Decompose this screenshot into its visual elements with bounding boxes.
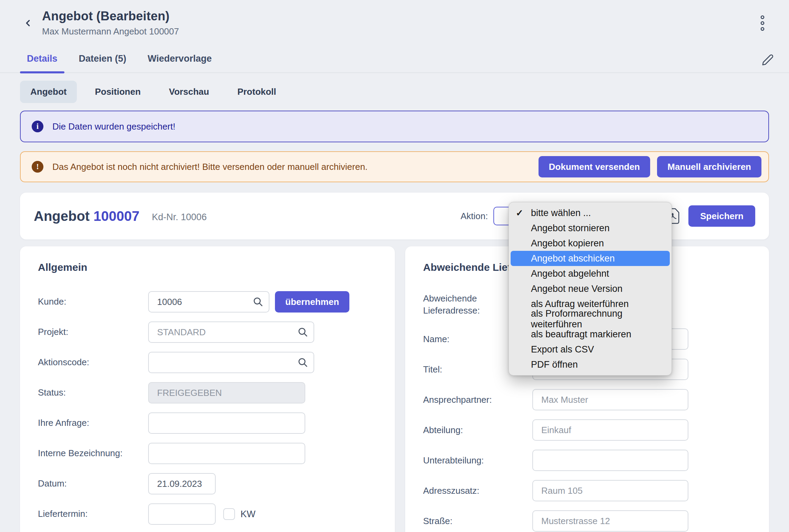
strasse-input-wrap (532, 510, 688, 532)
archive-manually-button[interactable]: Manuell archivieren (657, 156, 761, 177)
anfrage-input[interactable] (157, 418, 296, 429)
status-input (157, 388, 296, 398)
abteilung-label: Abteilung: (423, 424, 532, 436)
action-label: Aktion: (461, 211, 488, 222)
unterabteilung-input[interactable] (541, 455, 679, 466)
general-panel-title: Allgemein (38, 262, 377, 273)
tab-wiedervorlage[interactable]: Wiedervorlage (141, 49, 219, 72)
pencil-icon (761, 54, 774, 66)
sub-tab-bar: Angebot Positionen Vorschau Protokoll (20, 81, 789, 103)
bezeichnung-input[interactable] (157, 448, 296, 459)
customer-number: Kd-Nr. 10006 (152, 212, 207, 223)
aktionscode-label: Aktionscode: (38, 356, 148, 368)
field-row-status: Status: (38, 382, 377, 403)
search-icon[interactable] (253, 297, 263, 307)
action-dropdown-menu: ✓ bitte wählen ... Angebot stornieren An… (509, 202, 672, 376)
subtab-angebot[interactable]: Angebot (20, 81, 77, 103)
kw-checkbox[interactable] (223, 508, 235, 520)
warning-banner: ! Das Angebot ist noch nicht archiviert!… (20, 151, 769, 182)
dropdown-option-beauftragt[interactable]: als beauftragt markieren (509, 327, 672, 342)
header: Angebot (Bearbeiten) Max Mustermann Ange… (0, 0, 789, 37)
liefertermin-input[interactable] (157, 509, 207, 520)
field-row-ansprechpartner: Ansprechpartner: (423, 389, 751, 410)
ansprechpartner-label: Ansprechpartner: (423, 394, 532, 406)
projekt-input[interactable] (157, 327, 305, 338)
field-row-kunde: Kunde: übernehmen (38, 291, 377, 313)
liefertermin-label: Liefertermin: (38, 508, 148, 520)
search-icon[interactable] (298, 327, 308, 337)
page-subtitle: Max Mustermann Angebot 100007 (42, 26, 179, 37)
strasse-input[interactable] (541, 516, 679, 526)
datum-input[interactable] (157, 479, 207, 489)
strasse-label: Straße: (423, 515, 532, 527)
field-row-projekt: Projekt: (38, 321, 377, 343)
kunde-input[interactable] (157, 297, 260, 307)
kunde-input-wrap (148, 291, 269, 313)
projekt-label: Projekt: (38, 326, 148, 338)
datum-label: Datum: (38, 478, 148, 490)
back-button[interactable] (20, 15, 36, 31)
warning-banner-text: Das Angebot ist noch nicht archiviert! B… (52, 162, 368, 172)
ansprechpartner-input[interactable] (541, 395, 679, 405)
uebernehmen-button[interactable]: übernehmen (275, 291, 349, 313)
projekt-input-wrap (148, 321, 314, 343)
field-row-aktionscode: Aktionscode: (38, 352, 377, 373)
dropdown-option-proformarechnung[interactable]: als Proformarechnung weiterführen (509, 311, 672, 327)
field-row-bezeichnung: Interne Bezeichnung: (38, 443, 377, 464)
subtab-protokoll[interactable]: Protokoll (227, 81, 287, 103)
chevron-left-icon (23, 18, 33, 28)
adresszusatz-label: Adresszusatz: (423, 485, 532, 497)
subtab-vorschau[interactable]: Vorschau (158, 81, 219, 103)
anfrage-input-wrap (148, 412, 305, 434)
adresszusatz-input-wrap (532, 480, 688, 501)
status-input-wrap (148, 382, 305, 403)
abteilung-input-wrap (532, 419, 688, 441)
tab-dateien[interactable]: Dateien (5) (72, 49, 133, 72)
check-icon: ✓ (516, 208, 523, 218)
unterabteilung-input-wrap (532, 450, 688, 471)
kebab-menu-button[interactable] (755, 13, 770, 33)
field-row-adresszusatz: Adresszusatz: (423, 480, 751, 501)
tab-details[interactable]: Details (20, 49, 64, 72)
unterabteilung-label: Unterabteilung: (423, 454, 532, 467)
dropdown-option-abgelehnt[interactable]: Angebot abgelehnt (509, 266, 672, 281)
dropdown-option-pdf-oeffnen[interactable]: PDF öffnen (509, 357, 672, 372)
field-row-abteilung: Abteilung: (423, 419, 751, 441)
general-panel: Allgemein Kunde: übernehmen Projekt: Akt… (20, 246, 395, 532)
dropdown-option-kopieren[interactable]: Angebot kopieren (509, 236, 672, 251)
field-row-unterabteilung: Unterabteilung: (423, 450, 751, 471)
dropdown-option-stornieren[interactable]: Angebot stornieren (509, 221, 672, 236)
anfrage-label: Ihre Anfrage: (38, 417, 148, 429)
send-document-button[interactable]: Dokument versenden (539, 156, 650, 177)
dropdown-option-neue-version[interactable]: Angebot neue Version (509, 281, 672, 296)
document-number: 100007 (93, 208, 139, 224)
dropdown-option-export-csv[interactable]: Export als CSV (509, 342, 672, 357)
aktionscode-input[interactable] (157, 357, 305, 368)
kw-label: KW (240, 509, 256, 520)
bezeichnung-label: Interne Bezeichnung: (38, 447, 148, 459)
subtab-positionen[interactable]: Positionen (84, 81, 151, 103)
search-icon[interactable] (298, 357, 308, 368)
info-banner: i Die Daten wurden gespeichert! (20, 111, 769, 142)
warning-icon: ! (32, 161, 43, 173)
document-title: Angebot 100007 (34, 208, 140, 224)
abteilung-input[interactable] (541, 425, 679, 436)
bezeichnung-input-wrap (148, 443, 305, 464)
ansprechpartner-input-wrap (532, 389, 688, 410)
field-row-liefertermin: Liefertermin: KW (38, 503, 377, 525)
datum-input-wrap (148, 473, 216, 494)
edit-button[interactable] (760, 52, 775, 68)
field-row-anfrage: Ihre Anfrage: (38, 412, 377, 434)
field-row-strasse: Straße: (423, 510, 751, 532)
adresszusatz-input[interactable] (541, 485, 679, 496)
save-button[interactable]: Speichern (688, 205, 755, 227)
liefertermin-input-wrap (148, 503, 216, 525)
dropdown-option-abschicken[interactable]: Angebot abschicken (511, 251, 670, 266)
aktionscode-input-wrap (148, 352, 314, 373)
kebab-icon (760, 15, 765, 31)
page-title: Angebot (Bearbeiten) (42, 9, 179, 23)
field-row-datum: Datum: (38, 473, 377, 494)
kunde-label: Kunde: (38, 296, 148, 308)
dropdown-option-bitte-waehlen[interactable]: ✓ bitte wählen ... (509, 205, 672, 221)
info-icon: i (32, 121, 43, 132)
